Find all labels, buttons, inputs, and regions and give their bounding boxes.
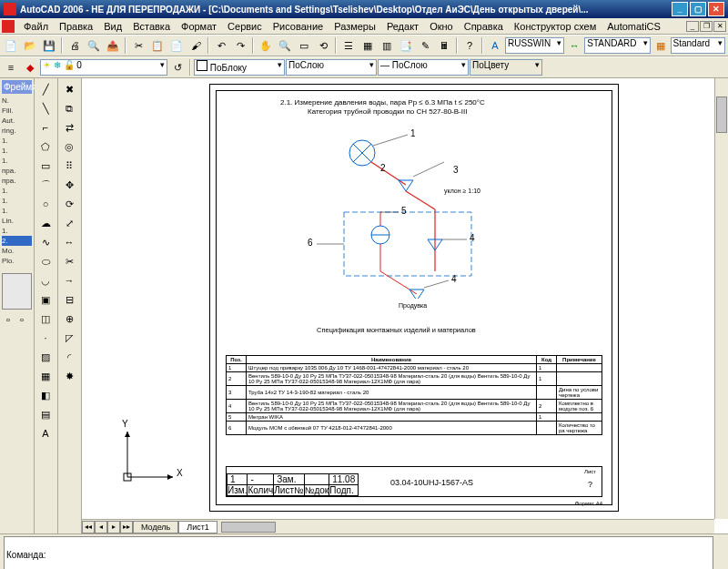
revcloud-button[interactable]: ☁ [36,214,55,232]
copy-button[interactable]: 📋 [148,36,167,55]
menu-edit[interactable]: Правка [54,19,98,34]
menu-dimension[interactable]: Размеры [329,19,381,34]
list-item[interactable]: 1. [2,186,32,196]
offset-button[interactable]: ◎ [60,137,78,156]
explode-button[interactable]: ✸ [60,367,78,385]
tab-nav-last[interactable]: ▸▸ [120,521,133,533]
tab-nav-first[interactable]: ◂◂ [82,521,95,533]
layerprev-button[interactable]: ↺ [168,58,187,76]
list-item[interactable]: 1. [2,156,32,166]
pan-button[interactable]: ✋ [257,36,275,55]
textstyle-dropdown[interactable]: RUSSWIN [505,37,564,54]
paste-button[interactable]: 📄 [167,36,186,55]
zoomprev-button[interactable]: ⟲ [314,36,332,55]
zoomwin-button[interactable]: ▭ [295,36,313,55]
scrollbar-thumb-h[interactable] [221,522,276,533]
table-button[interactable]: ▤ [36,405,55,423]
hatch-button[interactable]: ▨ [36,348,55,366]
textstyle-icon[interactable]: A [486,36,504,55]
menu-format[interactable]: Формат [176,19,222,34]
markup-button[interactable]: ✎ [416,36,434,55]
circle-button[interactable]: ○ [36,195,55,213]
trim-button[interactable]: ✂ [60,252,78,270]
menu-view[interactable]: Вид [98,19,127,34]
ellipsearc-button[interactable]: ◡ [36,271,55,290]
color-dropdown[interactable]: ПоБлоку [194,59,285,76]
menu-help[interactable]: Справка [459,19,509,34]
sheetset-button[interactable]: 📑 [397,36,415,55]
list-item[interactable]: пра. [2,166,32,176]
break-button[interactable]: ⊟ [60,290,78,309]
copyobj-button[interactable]: ⧉ [60,99,78,117]
region-button[interactable]: ◧ [36,386,55,404]
undo-button[interactable]: ↶ [212,36,230,55]
mdi-close-button[interactable]: ✕ [713,21,726,32]
mdi-minimize-button[interactable]: _ [686,21,699,32]
drawing-canvas[interactable]: X Y 2.1. Измерение давления воды, пара Р… [82,78,728,533]
list-item[interactable]: ring. [2,126,32,136]
makeblock-button[interactable]: ◫ [36,310,55,328]
save-button[interactable]: 💾 [40,36,58,55]
extend-button[interactable]: → [60,271,78,290]
dimstyle-icon[interactable]: ↔ [565,36,583,55]
list-item[interactable]: N. [2,96,32,106]
fillet-button[interactable]: ◜ [60,348,78,366]
linetype-dropdown[interactable]: ПоСлою [286,59,377,76]
zoom-button[interactable]: 🔍 [276,36,294,55]
publish-button[interactable]: 📤 [104,36,122,55]
xline-button[interactable]: ╲ [36,99,55,117]
pline-button[interactable]: ⌐ [36,118,55,137]
matchprop-button[interactable]: 🖌 [187,36,205,55]
print-button[interactable]: 🖨 [66,36,84,55]
list-item[interactable]: Plo. [2,256,32,266]
palette-btn-2[interactable]: ▫ [15,313,28,326]
menu-schemeconstructor[interactable]: Конструктор схем [509,19,602,34]
layerstate-button[interactable]: ◆ [21,58,39,76]
chamfer-button[interactable]: ◸ [60,329,78,347]
calculator-button[interactable]: 🖩 [435,36,453,55]
point-button[interactable]: · [36,329,55,347]
properties-button[interactable]: ☰ [339,36,358,55]
layermgr-button[interactable]: ≡ [2,58,20,76]
preview-button[interactable]: 🔍 [85,36,103,55]
tablestyle-dropdown[interactable]: Standard [671,37,725,54]
list-item[interactable]: 1. [2,196,32,206]
menu-draw[interactable]: Рисование [268,19,329,34]
scrollbar-thumb[interactable] [716,97,727,133]
list-item[interactable]: Aut. [2,116,32,126]
command-line-input[interactable]: Команда: [4,536,713,569]
move-button[interactable]: ✥ [60,176,78,194]
minimize-button[interactable]: _ [672,2,688,16]
open-button[interactable]: 📂 [21,36,39,55]
arc-button[interactable]: ⌒ [36,176,55,194]
list-item[interactable]: 2. [2,236,32,246]
tab-model[interactable]: Модель [133,521,178,533]
dimstyle-dropdown[interactable]: STANDARD [584,37,650,54]
plotstyle-dropdown[interactable]: ПоЦвету [470,59,542,76]
layer-dropdown[interactable]: ☀ ❄ 🔓 0 [40,59,167,76]
vertical-scrollbar[interactable] [714,78,728,519]
redo-button[interactable]: ↷ [231,36,249,55]
menu-tools[interactable]: Сервис [222,19,268,34]
line-button[interactable]: ╱ [36,80,55,98]
array-button[interactable]: ⠿ [60,157,78,175]
mirror-button[interactable]: ⇄ [60,118,78,137]
lineweight-dropdown[interactable]: — ПоСлою [378,59,469,76]
erase-button[interactable]: ✖ [60,80,78,98]
list-item[interactable]: пра. [2,176,32,186]
designcenter-button[interactable]: ▦ [359,36,377,55]
tab-nav-next[interactable]: ▸ [107,521,120,533]
menu-automatics[interactable]: AutomatiCS [602,19,666,34]
menu-window[interactable]: Окно [424,19,459,34]
maximize-button[interactable]: ▢ [690,2,706,16]
menu-file[interactable]: Файл [18,19,54,34]
list-item[interactable]: Fill. [2,106,32,116]
palette-header[interactable]: Фрейм✕ [2,80,32,94]
mtext-button[interactable]: A [36,424,55,442]
join-button[interactable]: ⊕ [60,310,78,328]
insertblock-button[interactable]: ▣ [36,290,55,309]
list-item[interactable]: 1. [2,226,32,236]
close-button[interactable]: ✕ [708,2,724,16]
palette-btn-1[interactable]: ▫ [2,313,15,326]
polygon-button[interactable]: ⬠ [36,137,55,156]
